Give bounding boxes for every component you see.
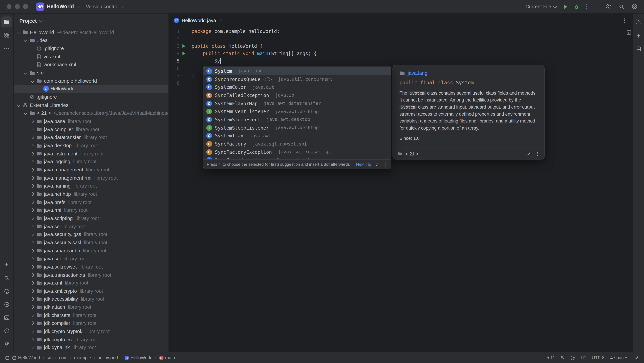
chevron-right-icon[interactable]	[30, 119, 35, 124]
chevron-right-icon[interactable]	[30, 184, 35, 188]
structure-tool-button[interactable]	[1, 30, 12, 40]
more-actions-button[interactable]: ⋮	[582, 1, 592, 12]
project-tool-button[interactable]	[1, 17, 12, 27]
tree-row[interactable]: < 21 >/Users/helenscott/Library/Java/Jav…	[14, 109, 168, 117]
tree-row[interactable]: java.transaction.xalibrary root	[14, 271, 168, 279]
ai-assistant-button[interactable]	[633, 31, 644, 41]
tab-options-button[interactable]: ⋮	[622, 17, 628, 24]
tree-row[interactable]: java.selibrary root	[14, 222, 168, 230]
chevron-down-icon[interactable]	[23, 70, 28, 75]
chevron-down-icon[interactable]	[16, 103, 21, 108]
chevron-right-icon[interactable]	[30, 200, 35, 205]
vcs-widget[interactable]: Version control	[86, 4, 124, 10]
tree-row[interactable]: java.management.rmilibrary root	[14, 174, 168, 182]
tree-row[interactable]: java.naminglibrary root	[14, 182, 168, 190]
breadcrumb-item[interactable]: helloworld	[98, 355, 118, 360]
caret-position-widget[interactable]: 5:11	[546, 355, 555, 360]
edit-icon[interactable]	[526, 151, 531, 156]
breadcrumb-item[interactable]: CHelloWorld	[124, 355, 152, 360]
breadcrumb-item[interactable]: com	[59, 355, 68, 360]
tree-row[interactable]: jdk.crypto.eclibrary root	[14, 335, 168, 343]
chevron-right-icon[interactable]	[30, 224, 35, 229]
chevron-right-icon[interactable]	[30, 127, 35, 132]
chevron-right-icon[interactable]	[30, 232, 35, 237]
completion-item[interactable]: CSystemjava.lang	[204, 67, 391, 75]
tree-row[interactable]: workspace.xml	[14, 61, 168, 69]
tree-row[interactable]: java.logginglibrary root	[14, 158, 168, 166]
breadcrumb-item[interactable]: src	[46, 355, 52, 360]
chevron-right-icon[interactable]	[30, 305, 35, 309]
chevron-right-icon[interactable]	[30, 313, 35, 318]
chevron-right-icon[interactable]	[30, 272, 35, 277]
chevron-right-icon[interactable]	[30, 329, 35, 334]
tree-row[interactable]: java.xml.cryptolibrary root	[14, 287, 168, 295]
minimize-window-button[interactable]	[15, 4, 20, 9]
completion-item[interactable]: CSystemColorjava.awt	[204, 83, 391, 91]
tree-row[interactable]: java.managementlibrary root	[14, 166, 168, 174]
chevron-right-icon[interactable]	[30, 175, 35, 180]
tree-row[interactable]: vcs.xml	[14, 53, 168, 61]
chevron-right-icon[interactable]	[30, 337, 35, 342]
completion-item[interactable]: CSyncProviderjavax.sql.rowset.spi	[204, 156, 391, 159]
find-tool-button[interactable]	[1, 273, 12, 283]
chevron-right-icon[interactable]	[30, 240, 35, 245]
tree-row[interactable]: jdk.compilerlibrary root	[14, 319, 168, 327]
zoom-window-button[interactable]	[23, 4, 28, 9]
tree-row[interactable]: java.security.jgsslibrary root	[14, 230, 168, 238]
code-text[interactable]: Sy	[192, 58, 221, 64]
project-widget[interactable]: HW HelloWorld	[36, 3, 79, 11]
tree-row[interactable]: jdk.dynalinklibrary root	[14, 343, 168, 351]
tree-row[interactable]: java.scriptinglibrary root	[14, 214, 168, 222]
code-with-me-button[interactable]	[603, 1, 614, 12]
tree-row[interactable]: java.smartcardiolibrary root	[14, 246, 168, 255]
encoding-widget[interactable]: UTF-8	[592, 355, 604, 360]
tree-row[interactable]: java.desktoplibrary root	[14, 142, 168, 150]
chevron-right-icon[interactable]	[30, 159, 35, 164]
assistant-tool-button[interactable]	[1, 286, 12, 296]
tree-row[interactable]: java.instrumentlibrary root	[14, 150, 168, 158]
completion-item[interactable]: CSystemFlavorMapjava.awt.datatransfer	[204, 99, 391, 107]
doc-package-row[interactable]: java.lang	[400, 70, 538, 76]
chevron-right-icon[interactable]	[30, 297, 35, 301]
completion-item[interactable]: CSyncFactoryExceptionjavax.sql.rowset.sp…	[204, 148, 391, 156]
line-separator-widget[interactable]: LF	[581, 355, 586, 360]
database-button[interactable]	[633, 44, 644, 54]
completion-item[interactable]: ISystemSleepListenerjava.awt.desktop	[204, 124, 391, 132]
chevron-right-icon[interactable]	[30, 288, 35, 293]
tree-row[interactable]: .gitignore	[14, 45, 168, 53]
chevron-right-icon[interactable]	[30, 208, 35, 213]
breadcrumb-item[interactable]: HelloWorld	[12, 355, 40, 360]
more-tool-windows-button[interactable]: ⋯	[1, 43, 12, 54]
tree-row[interactable]: java.sqllibrary root	[14, 255, 168, 263]
chevron-down-icon[interactable]	[16, 30, 21, 35]
tree-row[interactable]: src	[14, 69, 168, 77]
code-text[interactable]: public static void main(String[] args) {	[192, 51, 316, 56]
tree-row[interactable]: java.sql.rowsetlibrary root	[14, 263, 168, 271]
chevron-right-icon[interactable]	[30, 192, 35, 196]
search-everywhere-button[interactable]	[616, 1, 627, 12]
refresh-icon[interactable]: ↻	[561, 355, 565, 360]
doc-menu-button[interactable]: ⋮	[535, 151, 540, 156]
services-tool-button[interactable]	[1, 299, 12, 310]
close-window-button[interactable]	[6, 4, 12, 9]
chevron-right-icon[interactable]	[30, 143, 35, 148]
tree-row[interactable]: java.xmllibrary root	[14, 279, 168, 287]
code-text[interactable]: public class HelloWorld {	[192, 43, 263, 49]
completion-menu-button[interactable]: ⋮	[383, 161, 388, 167]
chevron-down-icon[interactable]	[30, 79, 35, 83]
tree-row[interactable]: java.compilerlibrary root	[14, 125, 168, 133]
tree-row[interactable]: HelloWorld~/IdeaProjects/HelloWorld	[14, 29, 168, 37]
tree-row[interactable]: java.security.sasllibrary root	[14, 238, 168, 246]
tree-row[interactable]: java.prefslibrary root	[14, 198, 168, 206]
notifications-button[interactable]	[633, 17, 644, 28]
completion-item[interactable]: CSyncFactoryjavax.sql.rowset.spi	[204, 140, 391, 148]
tree-row[interactable]: com.example.helloworld	[14, 77, 168, 85]
problems-tool-button[interactable]	[1, 325, 12, 336]
run-gutter-icon[interactable]	[180, 42, 188, 50]
tree-row[interactable]: java.net.httplibrary root	[14, 190, 168, 198]
completion-item[interactable]: CSystemSleepEventjava.awt.desktop	[204, 116, 391, 124]
chevron-right-icon[interactable]	[30, 264, 35, 269]
tree-row[interactable]: CHelloWorld	[14, 85, 168, 93]
tree-row[interactable]: .gitignore	[14, 93, 168, 101]
run-button[interactable]	[560, 1, 571, 12]
